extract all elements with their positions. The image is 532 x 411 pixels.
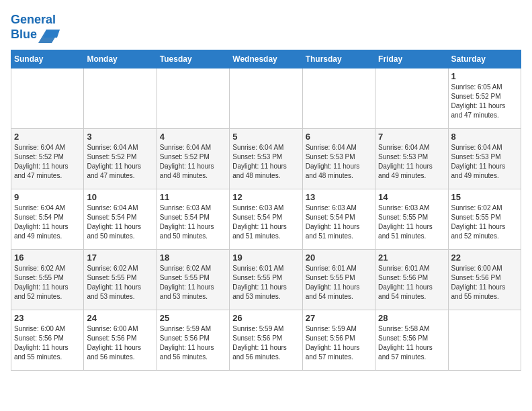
day-number: 15: [451, 192, 518, 202]
day-info: Sunrise: 6:01 AM Sunset: 5:55 PM Dayligh…: [306, 264, 372, 302]
day-info: Sunrise: 6:04 AM Sunset: 5:54 PM Dayligh…: [87, 203, 153, 241]
day-info: Sunrise: 6:02 AM Sunset: 5:55 PM Dayligh…: [451, 203, 518, 241]
day-cell: 22Sunrise: 6:00 AM Sunset: 5:56 PM Dayli…: [448, 249, 521, 310]
day-info: Sunrise: 5:59 AM Sunset: 5:56 PM Dayligh…: [232, 324, 299, 362]
day-info: Sunrise: 6:04 AM Sunset: 5:54 PM Dayligh…: [14, 203, 81, 241]
day-number: 8: [451, 132, 518, 142]
svg-marker-1: [44, 30, 60, 38]
day-number: 10: [87, 192, 153, 202]
day-info: Sunrise: 6:03 AM Sunset: 5:54 PM Dayligh…: [160, 203, 226, 241]
header-sunday: Sunday: [11, 50, 84, 68]
day-cell: 6Sunrise: 6:04 AM Sunset: 5:53 PM Daylig…: [302, 128, 375, 189]
day-info: Sunrise: 6:04 AM Sunset: 5:52 PM Dayligh…: [160, 143, 226, 181]
day-info: Sunrise: 6:03 AM Sunset: 5:55 PM Dayligh…: [378, 203, 445, 241]
page-header: General Blue: [11, 11, 521, 43]
day-info: Sunrise: 6:04 AM Sunset: 5:52 PM Dayligh…: [87, 143, 153, 181]
day-number: 25: [160, 313, 226, 323]
day-info: Sunrise: 6:05 AM Sunset: 5:52 PM Dayligh…: [451, 83, 518, 120]
day-number: 3: [87, 132, 153, 142]
header-thursday: Thursday: [302, 50, 375, 68]
day-cell: 21Sunrise: 6:01 AM Sunset: 5:56 PM Dayli…: [375, 249, 448, 310]
day-number: 12: [232, 192, 299, 202]
day-cell: 17Sunrise: 6:02 AM Sunset: 5:55 PM Dayli…: [84, 249, 157, 310]
day-info: Sunrise: 5:58 AM Sunset: 5:56 PM Dayligh…: [378, 324, 445, 362]
day-number: 1: [451, 71, 518, 81]
day-number: 5: [232, 132, 299, 142]
day-number: 26: [232, 313, 299, 323]
day-number: 14: [378, 192, 445, 202]
day-cell: 15Sunrise: 6:02 AM Sunset: 5:55 PM Dayli…: [448, 189, 521, 249]
day-number: 17: [87, 253, 153, 263]
day-cell: [448, 310, 521, 370]
day-info: Sunrise: 6:04 AM Sunset: 5:53 PM Dayligh…: [378, 143, 445, 181]
day-info: Sunrise: 6:04 AM Sunset: 5:52 PM Dayligh…: [14, 143, 81, 181]
day-cell: 19Sunrise: 6:01 AM Sunset: 5:55 PM Dayli…: [230, 249, 302, 310]
day-cell: 2Sunrise: 6:04 AM Sunset: 5:52 PM Daylig…: [11, 128, 84, 189]
day-info: Sunrise: 6:03 AM Sunset: 5:54 PM Dayligh…: [306, 203, 372, 241]
day-cell: 27Sunrise: 5:59 AM Sunset: 5:56 PM Dayli…: [302, 310, 375, 370]
week-row-5: 23Sunrise: 6:00 AM Sunset: 5:56 PM Dayli…: [11, 310, 521, 370]
day-info: Sunrise: 6:04 AM Sunset: 5:53 PM Dayligh…: [232, 143, 299, 181]
day-info: Sunrise: 6:03 AM Sunset: 5:54 PM Dayligh…: [232, 203, 299, 241]
day-number: 6: [306, 132, 372, 142]
day-info: Sunrise: 6:02 AM Sunset: 5:55 PM Dayligh…: [87, 264, 153, 302]
day-number: 13: [306, 192, 372, 202]
day-cell: 1Sunrise: 6:05 AM Sunset: 5:52 PM Daylig…: [448, 68, 521, 128]
day-cell: 9Sunrise: 6:04 AM Sunset: 5:54 PM Daylig…: [11, 189, 84, 249]
day-number: 20: [306, 253, 372, 263]
day-number: 21: [378, 253, 445, 263]
day-cell: 11Sunrise: 6:03 AM Sunset: 5:54 PM Dayli…: [157, 189, 229, 249]
day-cell: 10Sunrise: 6:04 AM Sunset: 5:54 PM Dayli…: [84, 189, 157, 249]
header-saturday: Saturday: [448, 50, 521, 68]
day-info: Sunrise: 6:04 AM Sunset: 5:53 PM Dayligh…: [306, 143, 372, 181]
day-cell: 16Sunrise: 6:02 AM Sunset: 5:55 PM Dayli…: [11, 249, 84, 310]
day-number: 28: [378, 313, 445, 323]
day-cell: [11, 68, 84, 128]
day-cell: 25Sunrise: 5:59 AM Sunset: 5:56 PM Dayli…: [157, 310, 229, 370]
day-cell: 18Sunrise: 6:02 AM Sunset: 5:55 PM Dayli…: [157, 249, 229, 310]
day-number: 23: [14, 313, 81, 323]
day-cell: 23Sunrise: 6:00 AM Sunset: 5:56 PM Dayli…: [11, 310, 84, 370]
day-info: Sunrise: 5:59 AM Sunset: 5:56 PM Dayligh…: [160, 324, 226, 362]
day-number: 11: [160, 192, 226, 202]
logo: General Blue: [11, 13, 60, 43]
day-info: Sunrise: 5:59 AM Sunset: 5:56 PM Dayligh…: [306, 324, 372, 362]
header-monday: Monday: [84, 50, 157, 68]
day-number: 27: [306, 313, 372, 323]
day-number: 18: [160, 253, 226, 263]
day-cell: [302, 68, 375, 128]
calendar-header-row: SundayMondayTuesdayWednesdayThursdayFrid…: [11, 50, 521, 68]
day-number: 19: [232, 253, 299, 263]
calendar-body: 1Sunrise: 6:05 AM Sunset: 5:52 PM Daylig…: [11, 68, 521, 370]
day-number: 22: [451, 253, 518, 263]
day-cell: 7Sunrise: 6:04 AM Sunset: 5:53 PM Daylig…: [375, 128, 448, 189]
day-info: Sunrise: 6:02 AM Sunset: 5:55 PM Dayligh…: [14, 264, 81, 302]
day-info: Sunrise: 6:00 AM Sunset: 5:56 PM Dayligh…: [87, 324, 153, 362]
day-cell: 5Sunrise: 6:04 AM Sunset: 5:53 PM Daylig…: [230, 128, 302, 189]
header-friday: Friday: [375, 50, 448, 68]
header-wednesday: Wednesday: [230, 50, 302, 68]
day-cell: [375, 68, 448, 128]
day-cell: [84, 68, 157, 128]
day-cell: 20Sunrise: 6:01 AM Sunset: 5:55 PM Dayli…: [302, 249, 375, 310]
calendar-table: SundayMondayTuesdayWednesdayThursdayFrid…: [11, 50, 521, 371]
day-cell: 12Sunrise: 6:03 AM Sunset: 5:54 PM Dayli…: [230, 189, 302, 249]
week-row-4: 16Sunrise: 6:02 AM Sunset: 5:55 PM Dayli…: [11, 249, 521, 310]
week-row-3: 9Sunrise: 6:04 AM Sunset: 5:54 PM Daylig…: [11, 189, 521, 249]
day-number: 2: [14, 132, 81, 142]
day-info: Sunrise: 6:00 AM Sunset: 5:56 PM Dayligh…: [14, 324, 81, 362]
day-number: 4: [160, 132, 226, 142]
day-info: Sunrise: 6:02 AM Sunset: 5:55 PM Dayligh…: [160, 264, 226, 302]
day-cell: 13Sunrise: 6:03 AM Sunset: 5:54 PM Dayli…: [302, 189, 375, 249]
logo-icon: [38, 24, 60, 43]
day-number: 9: [14, 192, 81, 202]
day-number: 7: [378, 132, 445, 142]
day-cell: 26Sunrise: 5:59 AM Sunset: 5:56 PM Dayli…: [230, 310, 302, 370]
day-cell: [230, 68, 302, 128]
header-tuesday: Tuesday: [157, 50, 229, 68]
day-cell: 28Sunrise: 5:58 AM Sunset: 5:56 PM Dayli…: [375, 310, 448, 370]
day-info: Sunrise: 6:00 AM Sunset: 5:56 PM Dayligh…: [451, 264, 518, 302]
day-cell: [157, 68, 229, 128]
day-cell: 24Sunrise: 6:00 AM Sunset: 5:56 PM Dayli…: [84, 310, 157, 370]
week-row-1: 1Sunrise: 6:05 AM Sunset: 5:52 PM Daylig…: [11, 68, 521, 128]
